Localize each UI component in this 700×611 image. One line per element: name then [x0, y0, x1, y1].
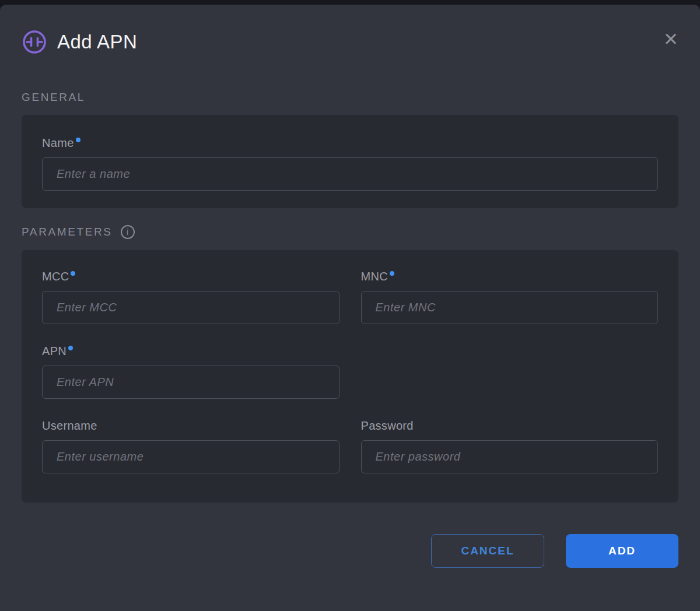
- username-password-row: Username Password: [42, 419, 658, 473]
- mcc-mnc-row: MCC MNC: [42, 270, 658, 324]
- required-indicator: [68, 346, 73, 350]
- username-input[interactable]: [42, 440, 340, 473]
- password-input[interactable]: [361, 440, 659, 473]
- mcc-field-label: MCC: [42, 270, 69, 283]
- password-field-label: Password: [361, 419, 414, 433]
- required-indicator: [390, 271, 394, 276]
- name-field-label: Name: [42, 136, 74, 150]
- apn-port-icon: [22, 29, 47, 55]
- mcc-field-group: MCC: [42, 270, 340, 324]
- parameters-section-label: PARAMETERS: [22, 226, 113, 238]
- required-indicator: [76, 138, 80, 142]
- parameters-card: MCC MNC APN: [22, 250, 678, 503]
- close-icon[interactable]: ✕: [659, 28, 682, 51]
- dialog-header: Add APN ✕: [22, 5, 678, 55]
- apn-field-label-row: APN: [42, 345, 340, 358]
- apn-field-label: APN: [42, 345, 66, 358]
- mnc-field-group: MNC: [361, 270, 659, 324]
- general-card: Name: [22, 115, 678, 208]
- apn-input[interactable]: [42, 366, 340, 399]
- password-field-group: Password: [361, 419, 659, 473]
- general-section-header: GENERAL: [22, 91, 678, 104]
- mcc-field-label-row: MCC: [42, 270, 340, 283]
- name-input[interactable]: [42, 157, 658, 191]
- name-field-label-row: Name: [42, 136, 658, 150]
- apn-field-group: APN: [42, 345, 340, 399]
- parameters-section-header: PARAMETERS i: [22, 225, 678, 239]
- username-field-group: Username: [42, 419, 340, 473]
- mnc-input[interactable]: [361, 291, 659, 324]
- password-field-label-row: Password: [361, 419, 659, 433]
- required-indicator: [71, 271, 75, 276]
- mnc-field-label: MNC: [361, 270, 388, 283]
- username-field-label-row: Username: [42, 419, 340, 433]
- apn-row: APN: [42, 345, 658, 399]
- add-button[interactable]: ADD: [566, 534, 678, 568]
- cancel-button[interactable]: CANCEL: [431, 534, 544, 568]
- info-icon[interactable]: i: [121, 225, 135, 239]
- apn-row-spacer: [361, 345, 659, 399]
- mnc-field-label-row: MNC: [361, 270, 659, 283]
- mcc-input[interactable]: [42, 291, 340, 324]
- general-section-label: GENERAL: [22, 91, 85, 104]
- add-apn-dialog: Add APN ✕ GENERAL Name PARAMETERS i MCC: [0, 5, 700, 611]
- username-field-label: Username: [42, 419, 97, 433]
- dialog-title: Add APN: [57, 31, 137, 53]
- dialog-footer: CANCEL ADD: [22, 534, 678, 568]
